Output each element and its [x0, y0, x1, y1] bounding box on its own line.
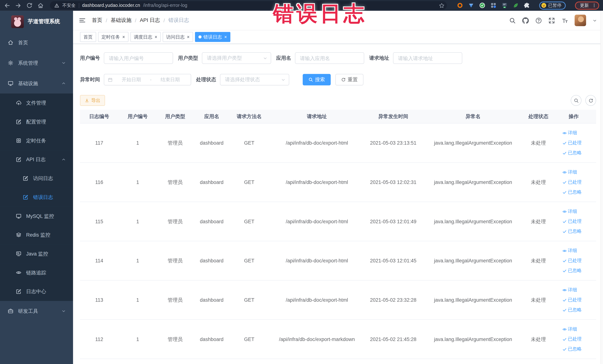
sidebar-item-api-log[interactable]: API 日志: [0, 150, 73, 169]
date-range-picker[interactable]: 开始日期 - 结束日期: [104, 74, 191, 85]
toggle-search-button[interactable]: [571, 95, 581, 106]
tab-job-log[interactable]: 调度日志×: [130, 32, 161, 42]
tab-error-log[interactable]: 错误日志×: [195, 32, 231, 42]
sidebar-item-home[interactable]: 首页: [0, 32, 73, 53]
end-date-placeholder[interactable]: 结束日期: [153, 76, 187, 83]
detail-link[interactable]: 详细: [562, 208, 577, 215]
sidebar-item-scheduled-tasks[interactable]: 定时任务: [0, 131, 73, 150]
sidebar-item-infrastructure[interactable]: 基础设施: [0, 73, 73, 94]
bookmark-star-icon[interactable]: [439, 2, 444, 8]
switch-dark-on-extension-icon[interactable]: [501, 2, 507, 8]
filter-user-id: 用户编号: [80, 52, 173, 64]
user-type-select[interactable]: 请选择用户类型: [202, 52, 271, 64]
mark-ignored-link[interactable]: 已忽略: [562, 307, 582, 313]
sidebar-item-label: 首页: [18, 39, 28, 46]
tab-access-log[interactable]: 访问日志×: [163, 32, 193, 42]
grid-blue-extension-icon[interactable]: [490, 2, 496, 8]
breadcrumb-item[interactable]: 首页: [92, 17, 102, 24]
app-name-input[interactable]: [295, 52, 364, 64]
breadcrumb-item[interactable]: API 日志: [140, 17, 160, 24]
sidebar-item-java-monitor[interactable]: Java 监控: [0, 244, 73, 263]
fullscreen-icon[interactable]: [548, 17, 555, 23]
edit-icon: [16, 119, 22, 125]
profile-chip[interactable]: 已暂停: [539, 1, 566, 10]
browser-home-icon[interactable]: [37, 2, 44, 9]
cell-method: GET: [230, 219, 268, 224]
sidebar-item-label: 定时任务: [26, 137, 46, 144]
detail-link[interactable]: 详细: [562, 247, 577, 254]
refresh-table-button[interactable]: [585, 95, 596, 106]
process-status-select[interactable]: 请选择处理状态: [220, 74, 289, 85]
start-date-placeholder[interactable]: 开始日期: [114, 76, 149, 83]
target-orange-extension-icon[interactable]: [457, 2, 463, 8]
mark-processed-link[interactable]: 已处理: [562, 257, 582, 264]
hamburger-icon[interactable]: [79, 17, 86, 24]
avatar[interactable]: [575, 15, 586, 26]
sidebar-item-trace[interactable]: 链路追踪: [0, 263, 73, 282]
export-button[interactable]: 导出: [80, 95, 105, 106]
address-bar[interactable]: 不安全 dashboard.yudao.iocoder.cn /infra/lo…: [50, 1, 447, 10]
leaf-green-extension-icon[interactable]: [512, 2, 519, 8]
detail-link[interactable]: 详细: [562, 287, 577, 293]
puzzle-white-extension-icon[interactable]: [524, 2, 530, 8]
cell-exception: java.lang.IllegalArgumentException: [421, 336, 525, 342]
mark-processed-link[interactable]: 已处理: [562, 179, 582, 186]
sidebar-item-access-log[interactable]: 访问日志: [0, 169, 73, 188]
mark-ignored-link[interactable]: 已忽略: [562, 150, 582, 156]
chevron-down-icon[interactable]: [593, 18, 597, 23]
row-actions: 详细已处理已忽略: [562, 208, 585, 235]
action-label: 已处理: [568, 336, 582, 342]
table-row: 1171管理员dashboardGET/api/infra/db-doc/exp…: [80, 124, 596, 163]
scrollbar[interactable]: [600, 11, 603, 364]
mark-processed-link[interactable]: 已处理: [562, 218, 582, 225]
mark-ignored-link[interactable]: 已忽略: [562, 189, 582, 195]
browser-menu-icon[interactable]: [592, 3, 596, 8]
font-size-icon[interactable]: [561, 17, 568, 23]
back-icon[interactable]: [4, 2, 10, 9]
breadcrumb-item[interactable]: 基础设施: [111, 17, 131, 24]
sidebar-item-mysql-monitor[interactable]: MySQL 监控: [0, 207, 73, 225]
security-label[interactable]: 不安全: [62, 2, 76, 8]
close-icon[interactable]: ×: [122, 35, 125, 39]
mark-ignored-link[interactable]: 已忽略: [562, 228, 582, 235]
close-icon[interactable]: ×: [224, 35, 227, 39]
mark-ignored-link[interactable]: 已忽略: [562, 346, 582, 352]
close-icon[interactable]: ×: [155, 35, 157, 39]
sidebar-item-redis-monitor[interactable]: Redis 监控: [0, 225, 73, 244]
detail-link[interactable]: 详细: [562, 326, 577, 332]
mark-ignored-link[interactable]: 已忽略: [562, 267, 582, 274]
sidebar-item-file-management[interactable]: 文件管理: [0, 94, 73, 112]
search-button[interactable]: 搜索: [303, 74, 331, 85]
sidebar-item-log-center[interactable]: 日志中心: [0, 282, 73, 301]
check-icon: [562, 151, 567, 155]
request-url-input[interactable]: [393, 52, 462, 64]
sidebar-item-dev-tools[interactable]: 研发工具: [0, 301, 73, 321]
close-icon[interactable]: ×: [187, 35, 190, 39]
circle-green-extension-icon[interactable]: [479, 2, 485, 8]
sidebar-logo[interactable]: 芋道管理系统: [0, 11, 73, 32]
sidebar-item-system-management[interactable]: 系统管理: [0, 53, 73, 73]
cell-exception: java.lang.IllegalArgumentException: [421, 297, 525, 303]
action-label: 已忽略: [568, 189, 582, 195]
mark-processed-link[interactable]: 已处理: [562, 140, 582, 146]
forward-icon[interactable]: [15, 2, 22, 9]
mark-processed-link[interactable]: 已处理: [562, 336, 582, 342]
reload-icon[interactable]: [26, 2, 33, 9]
tab-job[interactable]: 定时任务×: [98, 32, 128, 42]
breadcrumb: 首页/基础设施/API 日志/错误日志: [92, 17, 189, 24]
browser-update-button[interactable]: 更新: [575, 1, 599, 10]
cell-exception: java.lang.IllegalArgumentException: [421, 258, 525, 263]
sidebar-item-config-management[interactable]: 配置管理: [0, 112, 73, 131]
mark-processed-link[interactable]: 已处理: [562, 297, 582, 303]
exception-time-label: 异常时间: [80, 76, 100, 83]
tab-home[interactable]: 首页: [80, 32, 96, 42]
detail-link[interactable]: 详细: [562, 130, 577, 136]
detail-link[interactable]: 详细: [562, 169, 577, 176]
user-id-input[interactable]: [104, 52, 173, 64]
sidebar-item-error-log[interactable]: 错误日志: [0, 188, 73, 207]
search-icon[interactable]: [509, 17, 516, 23]
shield-blue-extension-icon[interactable]: [468, 2, 474, 8]
github-icon[interactable]: [522, 17, 529, 23]
reset-button[interactable]: 重置: [335, 74, 363, 85]
question-icon[interactable]: [535, 17, 542, 23]
